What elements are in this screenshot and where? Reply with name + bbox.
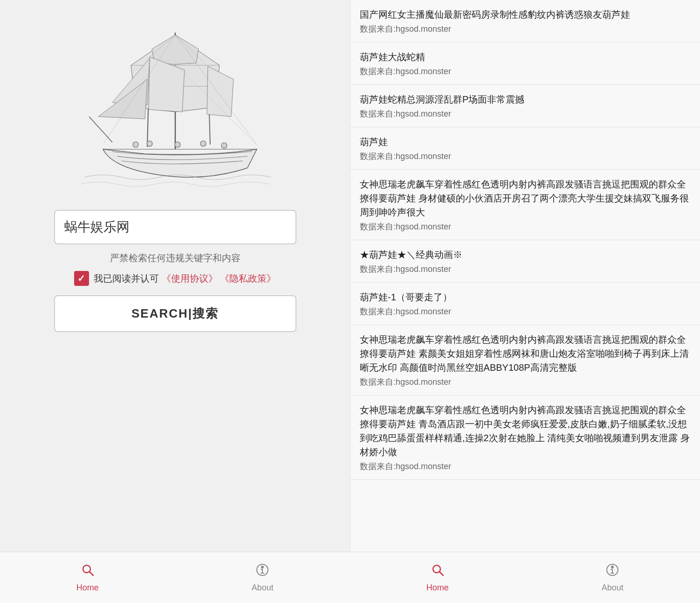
result-source: 数据来自:hgsod.monster	[360, 376, 691, 388]
result-item[interactable]: 国产网红女主播魔仙最新密码房录制性感豹纹内裤诱惑狼友葫芦娃 数据来自:hgsod…	[350, 0, 700, 42]
agreement-label: 我已阅读并认可	[94, 273, 159, 284]
agreement-link1[interactable]: 《使用协议》	[162, 273, 218, 284]
result-item[interactable]: ★葫芦娃★＼经典动画※ 数据来自:hgsod.monster	[350, 240, 700, 283]
search-input-value: 蜗牛娱乐网	[64, 218, 286, 236]
left-nav-home[interactable]: Home	[0, 552, 175, 603]
result-source: 数据来自:hgsod.monster	[360, 306, 691, 317]
agreement-link2[interactable]: 《隐私政策》	[220, 273, 276, 284]
result-title: 葫芦娃-1（哥要走了）	[360, 290, 691, 304]
result-title: 女神思瑞老虎飙车穿着性感红色透明内射内裤高跟发骚语言挑逗把围观的群众全撩得要葫芦…	[360, 403, 691, 459]
results-list: 国产网红女主播魔仙最新密码房录制性感豹纹内裤诱惑狼友葫芦娃 数据来自:hgsod…	[350, 0, 700, 480]
about-icon-right	[605, 563, 619, 580]
notice-text: 严禁检索任何违规关键字和内容	[110, 252, 240, 264]
right-home-label: Home	[426, 583, 449, 593]
home-search-icon	[81, 563, 95, 580]
result-source: 数据来自:hgsod.monster	[360, 23, 691, 35]
result-source: 数据来自:hgsod.monster	[360, 108, 691, 119]
agreement-text: 我已阅读并认可 《使用协议》 《隐私政策》	[94, 272, 276, 285]
result-source: 数据来自:hgsod.monster	[360, 461, 691, 472]
result-title: 女神思瑞老虎飙车穿着性感红色透明内射内裤高跟发骚语言挑逗把围观的群众全撩得要葫芦…	[360, 333, 691, 374]
agreement-row: ✓ 我已阅读并认可 《使用协议》 《隐私政策》	[74, 271, 276, 286]
agreement-checkbox[interactable]: ✓	[74, 271, 89, 286]
right-panel: 国产网红女主播魔仙最新密码房录制性感豹纹内裤诱惑狼友葫芦娃 数据来自:hgsod…	[350, 0, 700, 552]
about-icon-left	[255, 563, 269, 580]
result-title: ★葫芦娃★＼经典动画※	[360, 248, 691, 262]
search-input-box[interactable]: 蜗牛娱乐网	[54, 210, 296, 244]
left-panel: 蜗牛娱乐网 严禁检索任何违规关键字和内容 ✓ 我已阅读并认可 《使用协议》 《隐…	[0, 0, 350, 552]
svg-point-21	[611, 566, 614, 568]
result-title: 国产网红女主播魔仙最新密码房录制性感豹纹内裤诱惑狼友葫芦娃	[360, 7, 691, 21]
svg-line-3	[89, 117, 112, 142]
svg-point-13	[221, 143, 227, 148]
svg-point-10	[147, 141, 152, 146]
right-nav: Home About	[350, 552, 700, 603]
svg-line-15	[89, 572, 93, 575]
result-title: 葫芦娃	[360, 135, 691, 149]
result-source: 数据来自:hgsod.monster	[360, 221, 691, 232]
right-about-label: About	[602, 583, 624, 593]
result-item[interactable]: 葫芦娃-1（哥要走了） 数据来自:hgsod.monster	[350, 283, 700, 325]
result-item[interactable]: 女神思瑞老虎飙车穿着性感红色透明内射内裤高跟发骚语言挑逗把围观的群众全撩得要葫芦…	[350, 170, 700, 240]
result-item[interactable]: 葫芦娃大战蛇精 数据来自:hgsod.monster	[350, 42, 700, 85]
left-nav-about[interactable]: About	[175, 552, 350, 603]
svg-point-12	[200, 141, 206, 146]
right-nav-about[interactable]: About	[525, 552, 700, 603]
result-title: 葫芦娃蛇精总洞源淫乱群P场面非常震撼	[360, 92, 691, 106]
result-source: 数据来自:hgsod.monster	[360, 263, 691, 275]
search-button[interactable]: SEARCH|搜索	[54, 295, 296, 332]
ship-illustration	[75, 19, 275, 196]
svg-point-9	[133, 142, 138, 147]
left-about-label: About	[252, 583, 274, 593]
result-item[interactable]: 葫芦娃蛇精总洞源淫乱群P场面非常震撼 数据来自:hgsod.monster	[350, 85, 700, 127]
svg-line-19	[439, 572, 443, 575]
result-item[interactable]: 女神思瑞老虎飙车穿着性感红色透明内射内裤高跟发骚语言挑逗把围观的群众全撩得要葫芦…	[350, 395, 700, 480]
result-title: 葫芦娃大战蛇精	[360, 50, 691, 64]
right-nav-home[interactable]: Home	[350, 552, 525, 603]
result-item[interactable]: 女神思瑞老虎飙车穿着性感红色透明内射内裤高跟发骚语言挑逗把围观的群众全撩得要葫芦…	[350, 325, 700, 395]
checkmark-icon: ✓	[77, 273, 85, 284]
result-source: 数据来自:hgsod.monster	[360, 151, 691, 162]
result-item[interactable]: 葫芦娃 数据来自:hgsod.monster	[350, 127, 700, 170]
left-nav: Home About	[0, 552, 350, 603]
bottom-nav: Home About Home	[0, 552, 700, 603]
result-title: 女神思瑞老虎飙车穿着性感红色透明内射内裤高跟发骚语言挑逗把围观的群众全撩得要葫芦…	[360, 177, 691, 219]
left-home-label: Home	[76, 583, 99, 593]
result-source: 数据来自:hgsod.monster	[360, 66, 691, 77]
svg-point-17	[261, 566, 264, 568]
right-home-search-icon	[431, 563, 445, 580]
svg-point-11	[175, 142, 180, 147]
